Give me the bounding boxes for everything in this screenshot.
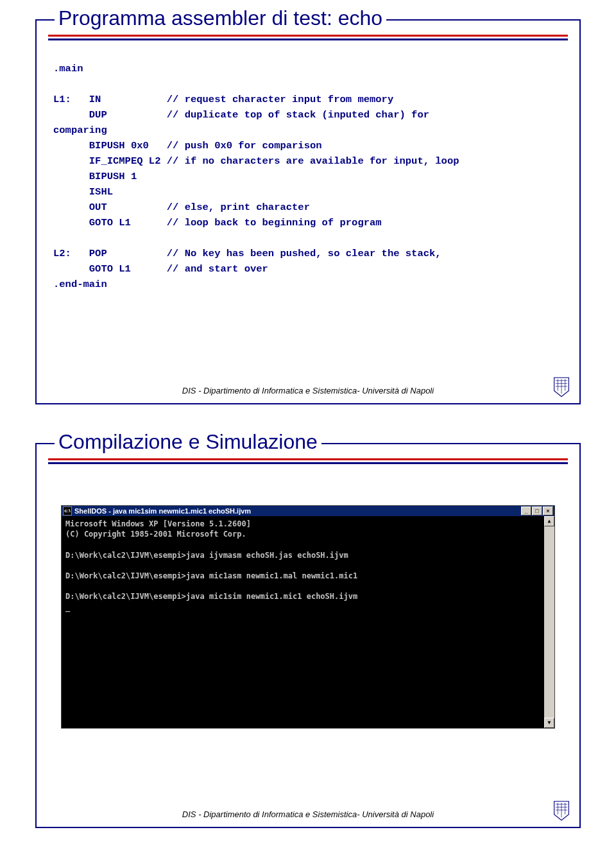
window-title-text: ShellDOS - java mic1sim newmic1.mic1 ech…	[74, 507, 251, 515]
slide-footer: DIS - Dipartimento di Informatica e Sist…	[37, 809, 579, 819]
scroll-down-button[interactable]: ▼	[544, 718, 554, 728]
window-buttons: _ □ ×	[521, 506, 553, 515]
titlebar-left: c:\ ShellDOS - java mic1sim newmic1.mic1…	[63, 506, 251, 515]
rule-navy	[48, 462, 568, 464]
window-body-wrap: Microsoft Windows XP [Versione 5.1.2600]…	[62, 516, 554, 728]
assembler-code: .main L1: IN // request character input …	[48, 56, 568, 292]
slide-title-box: Compilazione e Simulazione	[55, 430, 321, 455]
divider	[48, 35, 568, 40]
cmd-icon: c:\	[63, 506, 72, 515]
scroll-track[interactable]	[544, 526, 554, 718]
scrollbar[interactable]: ▲ ▼	[544, 516, 554, 728]
university-crest-icon	[552, 800, 570, 822]
slide-1: Programma assembler di test: echo .main …	[35, 19, 581, 404]
divider	[48, 458, 568, 464]
slide-title-box: Programma assembler di test: echo	[55, 6, 386, 31]
window-titlebar: c:\ ShellDOS - java mic1sim newmic1.mic1…	[62, 506, 554, 516]
close-button[interactable]: ×	[543, 506, 553, 515]
scroll-up-button[interactable]: ▲	[544, 516, 554, 526]
maximize-button[interactable]: □	[532, 506, 542, 515]
university-crest-icon	[552, 376, 570, 398]
rule-red	[48, 458, 568, 460]
slide-content: .main L1: IN // request character input …	[48, 56, 568, 371]
slide-2: Compilazione e Simulazione c:\ ShellDOS …	[35, 443, 581, 828]
slide-footer: DIS - Dipartimento di Informatica e Sist…	[37, 386, 579, 395]
slide-title: Programma assembler di test: echo	[58, 6, 382, 30]
terminal-output: Microsoft Windows XP [Versione 5.1.2600]…	[62, 516, 544, 728]
command-prompt-window: c:\ ShellDOS - java mic1sim newmic1.mic1…	[61, 505, 555, 729]
rule-navy	[48, 39, 568, 40]
slide-title: Compilazione e Simulazione	[58, 430, 318, 453]
rule-red	[48, 35, 568, 37]
slide-content: c:\ ShellDOS - java mic1sim newmic1.mic1…	[48, 480, 568, 795]
minimize-button[interactable]: _	[521, 506, 531, 515]
